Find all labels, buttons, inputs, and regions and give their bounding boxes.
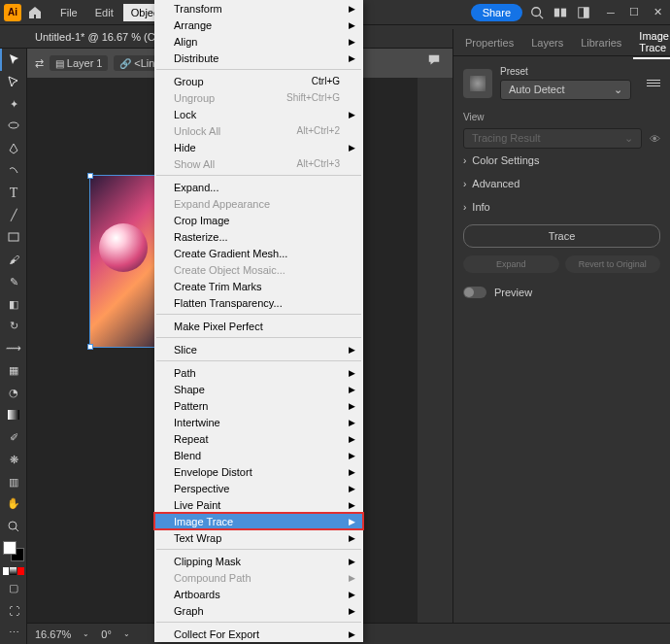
magic-wand-tool[interactable]: ✦: [0, 93, 27, 116]
screen-mode-icon[interactable]: ⛶: [0, 599, 27, 622]
menu-file[interactable]: File: [52, 4, 85, 21]
eye-icon[interactable]: 👁: [650, 133, 660, 145]
resize-handle[interactable]: [87, 344, 93, 350]
chevron-down-icon[interactable]: ⌄: [123, 629, 130, 638]
menu-item-rasterize[interactable]: Rasterize...: [154, 228, 363, 245]
svg-line-10: [16, 528, 18, 531]
menu-item-distribute[interactable]: Distribute▶: [154, 50, 363, 66]
close-button[interactable]: ✕: [649, 6, 666, 19]
section-advanced[interactable]: Advanced: [463, 172, 660, 195]
menu-item-make-pixel-perfect[interactable]: Make Pixel Perfect: [154, 318, 363, 334]
menu-item-graph[interactable]: Graph▶: [154, 602, 363, 619]
preview-toggle[interactable]: [463, 287, 486, 298]
eraser-tool[interactable]: ◧: [0, 293, 27, 316]
gradient-tool[interactable]: [0, 404, 27, 426]
menu-item-create-object-mosaic: Create Object Mosaic...: [154, 261, 363, 278]
shaper-tool[interactable]: ✎: [0, 271, 27, 293]
menu-edit[interactable]: Edit: [87, 4, 121, 21]
menu-item-blend[interactable]: Blend▶: [154, 447, 363, 463]
menu-item-expand[interactable]: Expand...: [154, 179, 363, 195]
menu-item-shape[interactable]: Shape▶: [154, 381, 363, 397]
workspace-icon[interactable]: [577, 6, 590, 19]
preset-label: Preset: [500, 66, 631, 77]
graph-tool[interactable]: ▥: [0, 471, 27, 493]
menu-separator: [156, 622, 361, 623]
menu-item-perspective[interactable]: Perspective▶: [154, 480, 363, 496]
maximize-button[interactable]: ☐: [625, 6, 643, 19]
rotate-tool[interactable]: ↻: [0, 316, 27, 338]
comment-icon[interactable]: [426, 53, 442, 67]
menu-item-image-trace[interactable]: Image Trace▶: [154, 513, 363, 529]
tool-panel: ✦ T ╱ 🖌 ✎ ◧ ↻ ⟿ ▦ ◔ ✐ ❋ ▥ ✋ ▢ ⛶ ⋯: [0, 49, 27, 644]
paintbrush-tool[interactable]: 🖌: [0, 249, 27, 271]
shape-builder-tool[interactable]: ◔: [0, 382, 27, 404]
tab-libraries[interactable]: Libraries: [575, 33, 627, 52]
home-icon[interactable]: [27, 5, 43, 20]
menu-item-clipping-mask[interactable]: Clipping Mask▶: [154, 553, 363, 569]
preset-dropdown[interactable]: Auto Detect ⌄: [500, 80, 631, 100]
direct-selection-tool[interactable]: [0, 71, 27, 93]
line-tool[interactable]: ╱: [0, 204, 27, 226]
arrange-icon[interactable]: [553, 6, 567, 19]
submenu-arrow-icon: ▶: [349, 385, 355, 394]
menu-item-transform[interactable]: Transform▶: [154, 0, 363, 17]
menu-item-create-trim-marks[interactable]: Create Trim Marks: [154, 278, 363, 294]
hand-tool[interactable]: ✋: [0, 493, 27, 516]
zoom-tool[interactable]: [0, 515, 27, 537]
free-transform-tool[interactable]: ▦: [0, 359, 27, 382]
menu-item-intertwine[interactable]: Intertwine▶: [154, 414, 363, 430]
submenu-arrow-icon: ▶: [349, 573, 355, 583]
width-tool[interactable]: ⟿: [0, 337, 27, 359]
menu-item-slice[interactable]: Slice▶: [154, 341, 363, 357]
menu-item-path[interactable]: Path▶: [154, 364, 363, 381]
lasso-tool[interactable]: [0, 116, 27, 138]
share-button[interactable]: Share: [471, 4, 522, 21]
svg-rect-7: [9, 233, 18, 241]
menu-item-arrange[interactable]: Arrange▶: [154, 17, 363, 33]
fill-stroke-swatch[interactable]: [3, 541, 24, 561]
curvature-tool[interactable]: [0, 159, 27, 182]
tab-layers[interactable]: Layers: [525, 33, 569, 52]
document-tab[interactable]: Untitled-1* @ 16.67 % (CMY: [35, 31, 171, 43]
panel-menu-icon[interactable]: [647, 80, 660, 86]
preview-label: Preview: [494, 287, 532, 298]
pen-tool[interactable]: [0, 138, 27, 160]
search-icon[interactable]: [530, 6, 544, 19]
minimize-button[interactable]: ─: [602, 6, 620, 19]
resize-handle[interactable]: [87, 173, 93, 179]
swap-icon[interactable]: ⇄: [35, 57, 44, 70]
menu-item-pattern[interactable]: Pattern▶: [154, 397, 363, 414]
chevron-down-icon[interactable]: ⌄: [83, 629, 89, 638]
rectangle-tool[interactable]: [0, 226, 27, 249]
layer-indicator[interactable]: ▤ Layer 1: [50, 55, 108, 71]
zoom-level[interactable]: 16.67%: [35, 628, 71, 640]
menu-item-align[interactable]: Align▶: [154, 33, 363, 50]
color-mode-icons[interactable]: [3, 567, 24, 575]
menu-item-repeat[interactable]: Repeat▶: [154, 430, 363, 447]
rotate-value[interactable]: 0°: [101, 628, 112, 640]
menu-item-artboards[interactable]: Artboards▶: [154, 586, 363, 602]
tab-properties[interactable]: Properties: [459, 33, 519, 52]
selection-tool[interactable]: [0, 49, 27, 71]
symbol-sprayer-tool[interactable]: ❋: [0, 449, 27, 471]
menu-item-create-gradient-mesh[interactable]: Create Gradient Mesh...: [154, 245, 363, 261]
trace-button[interactable]: Trace: [463, 224, 660, 248]
submenu-arrow-icon: ▶: [349, 557, 355, 566]
menu-item-hide[interactable]: Hide▶: [154, 139, 363, 155]
menu-item-envelope-distort[interactable]: Envelope Distort▶: [154, 463, 363, 480]
section-color-settings[interactable]: Color Settings: [463, 149, 660, 172]
menu-item-group[interactable]: GroupCtrl+G: [154, 73, 363, 89]
menu-item-crop-image[interactable]: Crop Image: [154, 212, 363, 228]
section-info[interactable]: Info: [463, 195, 660, 219]
menu-item-text-wrap[interactable]: Text Wrap▶: [154, 529, 363, 546]
edit-toolbar-icon[interactable]: ⋯: [0, 622, 27, 644]
menu-item-flatten-transparency[interactable]: Flatten Transparency...: [154, 294, 363, 311]
type-tool[interactable]: T: [0, 182, 27, 204]
menu-item-live-paint[interactable]: Live Paint▶: [154, 496, 363, 513]
menu-item-lock[interactable]: Lock▶: [154, 106, 363, 122]
tab-image-trace[interactable]: Image Trace: [633, 26, 670, 59]
draw-mode-icon[interactable]: ▢: [0, 577, 27, 599]
panel-tab-bar: Properties Layers Libraries Image Trace: [453, 29, 670, 56]
menu-item-collect-for-export[interactable]: Collect For Export▶: [154, 626, 363, 642]
eyedropper-tool[interactable]: ✐: [0, 426, 27, 449]
